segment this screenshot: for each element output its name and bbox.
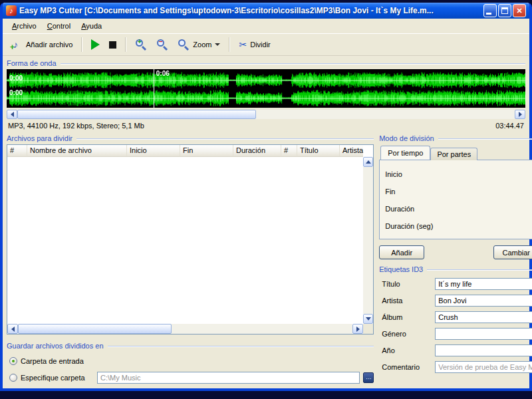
waveform-scrollbar-track[interactable] <box>17 110 515 119</box>
arrow-right-icon <box>519 112 522 117</box>
waveform-section-header: Forma de onda <box>7 59 525 68</box>
scrollbar-corner <box>363 324 373 334</box>
input-folder-option[interactable]: Carpeta de entrada <box>7 354 374 367</box>
note-icon: ♪ <box>9 7 13 15</box>
zoom-in-icon: + <box>135 39 147 51</box>
divider <box>438 138 532 139</box>
titlebar[interactable]: ♪ Easy MP3 Cutter [C:\Documents and Sett… <box>3 3 529 19</box>
folder-path-input[interactable] <box>97 372 360 384</box>
column-end[interactable]: Fin <box>180 145 233 156</box>
scroll-right-button[interactable] <box>352 324 363 334</box>
ano-input[interactable] <box>435 344 532 356</box>
scroll-up-button[interactable] <box>363 157 373 167</box>
files-vertical-scrollbar[interactable] <box>363 157 373 324</box>
files-section-label: Archivos para dividir <box>7 134 72 142</box>
id3-section-header: Etiquetas ID3 <box>379 265 532 274</box>
window-title: Easy MP3 Cutter [C:\Documents and Settin… <box>19 6 481 15</box>
zoom-out-button[interactable]: − <box>152 37 172 53</box>
column-title[interactable]: Título <box>297 145 340 156</box>
files-hscroll-track[interactable] <box>18 324 352 334</box>
inicio-field-row: Inicio <box>385 167 532 182</box>
files-list[interactable]: # Nombre de archivo Inicio Fin Duración … <box>7 144 374 334</box>
scroll-down-button[interactable] <box>363 314 373 324</box>
column-number[interactable]: # <box>7 145 27 156</box>
column-filename[interactable]: Nombre de archivo <box>27 145 127 156</box>
tab-por-tiempo[interactable]: Por tiempo <box>380 146 430 160</box>
magnifier-icon <box>178 39 190 51</box>
menu-ayuda[interactable]: Ayuda <box>76 21 107 31</box>
waveform-canvas <box>7 69 525 108</box>
zoom-in-button[interactable]: + <box>131 37 151 53</box>
files-horizontal-scrollbar[interactable] <box>7 324 363 334</box>
arrow-left-icon <box>11 327 15 332</box>
save-panel: Guardar archivos divididos en Carpeta de… <box>7 341 374 384</box>
column-duration[interactable]: Duración <box>233 145 281 156</box>
waveform-cursor[interactable] <box>154 69 154 108</box>
comentario-label: Comentario <box>382 363 432 371</box>
column-start[interactable]: Inicio <box>127 145 180 156</box>
divide-button[interactable]: ✂ Dividir <box>235 38 274 51</box>
stop-button[interactable] <box>105 39 120 51</box>
files-panel: Archivos para dividir # Nombre de archiv… <box>7 134 374 384</box>
total-time: 03:44.47 <box>495 122 524 130</box>
column-artist[interactable]: Artista <box>340 145 363 156</box>
browse-folder-button[interactable]: … <box>363 372 374 383</box>
chevron-down-icon <box>215 43 220 46</box>
zoom-dropdown-button[interactable]: Zoom <box>174 37 224 53</box>
comentario-input[interactable] <box>435 361 532 373</box>
anadir-button[interactable]: Añadir <box>379 245 424 259</box>
add-file-icon: ♪ + <box>11 39 23 51</box>
scroll-right-button[interactable] <box>515 110 525 119</box>
waveform-display[interactable]: 0:06 0:00 0:00 <box>7 69 525 108</box>
ano-row: Año # <box>379 343 532 357</box>
files-list-header: # Nombre de archivo Inicio Fin Duración … <box>7 145 363 157</box>
input-folder-radio[interactable] <box>9 357 17 365</box>
scroll-left-button[interactable] <box>7 324 18 334</box>
zoom-label: Zoom <box>193 41 211 49</box>
menu-control[interactable]: Control <box>42 21 76 31</box>
minimize-button[interactable] <box>483 4 497 17</box>
channel2-time-label: 0:00 <box>9 89 23 96</box>
arrow-down-icon <box>366 317 371 321</box>
tab-por-partes[interactable]: Por partes <box>430 148 477 160</box>
toolbar-separator <box>81 37 82 52</box>
save-section-label: Guardar archivos divididos en <box>7 342 104 350</box>
stop-icon <box>109 41 116 49</box>
artista-input[interactable] <box>435 295 532 307</box>
column-track[interactable]: # <box>281 145 297 156</box>
duracion-seg-field-row: Duración (seg) <box>385 219 532 233</box>
scroll-left-button[interactable] <box>7 110 17 119</box>
divide-label: Dividir <box>250 41 271 49</box>
album-row: Álbum <box>379 310 532 324</box>
files-scrollbar-thumb[interactable] <box>18 324 172 334</box>
inicio-label: Inicio <box>385 170 532 178</box>
genero-input[interactable] <box>435 328 532 340</box>
waveform-scrollbar-thumb[interactable] <box>17 110 256 119</box>
custom-folder-radio[interactable] <box>9 374 17 382</box>
main-area: Archivos para dividir # Nombre de archiv… <box>7 134 525 384</box>
files-section-header: Archivos para dividir <box>7 134 374 143</box>
window-controls: ✕ <box>483 4 526 17</box>
duracion-seg-label: Duración (seg) <box>385 222 532 230</box>
id3-section-label: Etiquetas ID3 <box>379 265 423 273</box>
play-icon <box>91 39 100 50</box>
file-info: MP3, 44100 Hz, 192 kbps, Stereo; 5,1 Mb <box>8 122 144 130</box>
custom-folder-option[interactable]: Especifique carpeta … <box>7 371 374 384</box>
add-file-button[interactable]: ♪ + Añadir archivo <box>7 37 76 53</box>
maximize-button[interactable] <box>498 4 511 17</box>
arrow-right-icon <box>356 327 360 332</box>
genero-label: Género <box>382 330 432 338</box>
cambiar-button[interactable]: Cambiar <box>493 245 532 259</box>
minimize-icon <box>486 13 491 15</box>
files-list-body[interactable] <box>7 157 363 324</box>
waveform-scrollbar[interactable] <box>7 110 525 119</box>
titulo-input[interactable] <box>435 278 532 290</box>
ano-label: Año <box>382 346 432 354</box>
play-button[interactable] <box>87 37 104 52</box>
close-button[interactable]: ✕ <box>513 4 526 17</box>
fin-field-row: Fin <box>385 184 532 199</box>
menu-archivo[interactable]: Archivo <box>7 21 42 31</box>
files-vscroll-track[interactable] <box>363 167 373 314</box>
album-input[interactable] <box>435 311 532 323</box>
zoom-out-icon: − <box>156 39 168 51</box>
